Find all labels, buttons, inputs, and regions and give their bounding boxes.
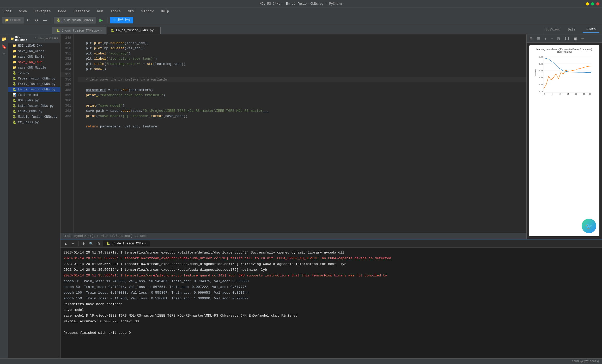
chart-svg-wrapper: 1.00 0.95 0.90 0.85 0.80 0.75 accuracy: [532, 54, 597, 233]
breadcrumb: train_mynetwork() › with tf.Session() as…: [60, 233, 602, 239]
menu-help[interactable]: Help: [159, 9, 171, 14]
menu-vcs[interactable]: VCS: [126, 9, 136, 14]
tab-icon-ende: 🐍: [111, 29, 114, 33]
svg-text:0.80: 0.80: [539, 84, 543, 85]
svg-text:accuracy: accuracy: [535, 69, 537, 76]
folder-tree-icon[interactable]: 📁: [2, 36, 7, 42]
term-line-2: 2023-01-14 20:51:35.562220: E tensorflow…: [64, 256, 599, 261]
sidebar-item-early-fusion[interactable]: 🐍 Early_fusion_CNNs.py: [8, 81, 60, 87]
run-config-dropdown[interactable]: 🐍 En_de_fusion_CNNs ▾: [54, 17, 96, 23]
close-btn[interactable]: [596, 2, 599, 5]
run-config-icon: 🐍: [57, 18, 60, 22]
toolbar-sep-2: [107, 17, 107, 23]
py-file-icon: 🐍: [13, 115, 16, 119]
sidebar-item-label: feature.mat: [18, 93, 39, 97]
sidebar-item-label: Middle_fusion_CNNs.py: [18, 115, 57, 119]
project-dropdown[interactable]: 📁 ▾ Project: [2, 17, 24, 23]
sidebar-item-save-cross[interactable]: 📁 save_CNN_Cross: [8, 48, 60, 54]
sciview-zoom-out-btn[interactable]: −: [549, 36, 554, 41]
sidebar-item-label: tf_utils.py: [18, 121, 39, 124]
sync-btn[interactable]: ⟳: [26, 17, 32, 23]
sidebar-item-label: save_CNN_EnDe: [18, 60, 42, 64]
sciview-tab-data[interactable]: Data: [564, 27, 579, 33]
sidebar-item-label: Early_fusion_CNNs.py: [18, 82, 56, 86]
menu-run[interactable]: Run: [96, 9, 105, 14]
sidebar-item-en-de-fusion[interactable]: 🐍 En_de_fusion_CNNs.py: [8, 87, 60, 92]
sciview-columns-btn[interactable]: ▣: [572, 36, 578, 41]
menu-edit[interactable]: Edit: [2, 9, 13, 14]
svg-text:0: 0: [544, 93, 545, 95]
settings-icon[interactable]: ⚙: [33, 17, 40, 23]
sciview-edit-btn[interactable]: ✏: [580, 36, 586, 41]
maximize-btn[interactable]: [591, 2, 594, 5]
sidebar-item-late-fusion[interactable]: 🐍 Late_fusion_CNNs.py: [8, 103, 60, 109]
commit-icon[interactable]: 🔖: [2, 44, 7, 50]
code-editor[interactable]: 348 349 350 351 352 353 354 355 356 357 …: [60, 34, 602, 239]
minimize-btn[interactable]: [586, 2, 589, 5]
folder-icon: 📁: [13, 60, 16, 64]
toolbar-sep-1: [51, 17, 51, 23]
terminal-content[interactable]: 2023-01-14 20:51:34.382712: I tensorflow…: [60, 248, 602, 364]
sciview-tab-plots[interactable]: Plots: [583, 27, 599, 33]
menu-view[interactable]: View: [17, 9, 29, 14]
sciview-actual-btn[interactable]: 1:1: [563, 36, 570, 41]
csdn-logo: 🔷: [113, 18, 117, 22]
menu-navigate[interactable]: Navigate: [33, 9, 52, 14]
term-scroll-up[interactable]: ▲: [63, 241, 69, 246]
tab-bar: 🐍 Cross_fusion_CNNs.py ✕ 🐍 En_de_fusion_…: [0, 25, 602, 34]
sciview-zoom-in-btn[interactable]: +: [543, 36, 548, 41]
sidebar-item-label: save_CNN_Middle: [18, 66, 46, 70]
sidebar-item-save-ende[interactable]: 📁 save_CNN_EnDe: [8, 59, 60, 65]
menu-refactor[interactable]: Refactor: [72, 9, 91, 14]
tab-close-ende[interactable]: ✕: [155, 29, 157, 32]
svg-text:0.85: 0.85: [539, 77, 543, 78]
code-lines[interactable]: plt.plot(np.squeeze(train_acc)) plt.plot…: [74, 34, 602, 233]
sidebar-item-save-middle[interactable]: 📁 save_CNN_Middle: [8, 65, 60, 70]
window-controls: [586, 2, 599, 5]
terminal-tab-ende[interactable]: 🐍 En_de_fusion_CNNs ✕: [103, 240, 150, 246]
term-filter[interactable]: 🔍: [88, 241, 95, 246]
tab-cross-fusion[interactable]: 🐍 Cross_fusion_CNNs.py ✕: [52, 27, 106, 34]
sidebar-item-hsi-cnns[interactable]: 🐍 HSI_CNNs.py: [8, 98, 60, 103]
sciview-grid-btn[interactable]: ⊞: [528, 36, 534, 41]
sidebar-project-label: MDL-RS_CNNs: [15, 35, 34, 42]
sidebar-item-middle-fusion[interactable]: 🐍 Middle_fusion_CNNs.py: [8, 114, 60, 120]
term-tab-close[interactable]: ✕: [145, 242, 147, 245]
minimize-pane-btn[interactable]: —: [41, 17, 48, 23]
term-line-9: epoch 150: Train_loss: 0.116966, Val_los…: [64, 296, 599, 301]
sciview-list-btn[interactable]: ☰: [536, 36, 542, 41]
tab-en-de-fusion[interactable]: 🐍 En_de_fusion_CNNs.py ✕: [107, 27, 161, 34]
csdn-upload-btn[interactable]: 🔷 抢先上传: [110, 17, 133, 23]
term-line-11: save model: [64, 307, 599, 313]
menu-code[interactable]: Code: [57, 9, 68, 14]
svg-text:0.90: 0.90: [539, 70, 543, 72]
tab-close-cross[interactable]: ✕: [101, 29, 102, 32]
mat-file-icon: 📊: [13, 93, 16, 97]
run-button[interactable]: ▶: [98, 17, 105, 23]
code-content: 348 349 350 351 352 353 354 355 356 357 …: [60, 34, 602, 233]
chart-container: Learning rate =Tensor('ExponentialDecay:…: [529, 45, 599, 233]
sidebar-item-lidar-cnns[interactable]: 🐍 LiDAR_CNNs.py: [8, 109, 60, 114]
terminal-tab-bar: ▲ ▼ ⚙ 🔍 🗑 🐍 En_de_fusion_CNNs ✕: [60, 239, 602, 248]
term-line-15: Process finished with exit code 0: [64, 330, 599, 336]
structure-icon[interactable]: ≡: [3, 52, 5, 57]
menu-window[interactable]: Window: [140, 9, 155, 14]
term-line-3: 2023-01-14 20:51:35.565898: I tensorflow…: [64, 261, 599, 267]
term-scroll-down[interactable]: ▼: [70, 241, 76, 246]
term-clear[interactable]: 🗑: [96, 241, 102, 246]
bottom-status-bar: CSDN @码农10087号: [0, 358, 602, 364]
sidebar-item-label: save_CNN_Early: [18, 55, 44, 59]
sidebar-item-cross-fusion[interactable]: 🐍 Cross_fusion_CNNs.py: [8, 76, 60, 81]
menu-tools[interactable]: Tools: [109, 9, 122, 14]
sidebar-item-feature[interactable]: 📊 feature.mat: [8, 92, 60, 98]
sidebar-item-save-early[interactable]: 📁 save_CNN_Early: [8, 54, 60, 59]
term-settings[interactable]: ⚙: [81, 241, 87, 246]
py-file-icon: 🐍: [13, 88, 16, 91]
folder-icon: 📁: [13, 55, 16, 59]
svg-text:5: 5: [552, 93, 553, 95]
sidebar-item-hsi-lidar[interactable]: 📁 HSI_LiDAR_CNN: [8, 43, 60, 48]
sciview-fit-btn[interactable]: ⊡: [556, 36, 561, 41]
csdn-btn-label: 抢先上传: [118, 18, 130, 22]
sidebar-item-tf-utils[interactable]: 🐍 tf_utils.py: [8, 120, 60, 125]
sidebar-item-123[interactable]: 🐍 123.py: [8, 70, 60, 76]
